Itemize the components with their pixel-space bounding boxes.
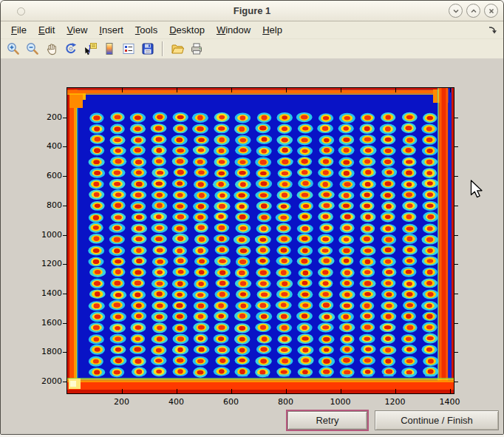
x-tick-mark: [395, 389, 396, 393]
x-tick-mark-top: [177, 88, 177, 92]
continue-finish-button-label: Continue / Finish: [401, 415, 473, 426]
x-tick-mark-top: [286, 88, 287, 92]
print-icon[interactable]: [188, 41, 205, 57]
x-tick-mark-top: [341, 88, 341, 92]
y-tick-mark-right: [454, 323, 458, 324]
x-tick-label: 1200: [379, 397, 412, 407]
menu-tools[interactable]: Tools: [129, 23, 163, 37]
continue-finish-button[interactable]: Continue / Finish: [375, 410, 499, 430]
menu-view[interactable]: View: [61, 23, 93, 37]
y-tick-label: 400: [29, 141, 62, 151]
y-tick-label: 1800: [29, 347, 62, 356]
window-menu-icon[interactable]: [17, 7, 25, 16]
y-tick-mark: [63, 235, 67, 236]
y-tick-mark-right: [454, 146, 458, 147]
y-tick-mark-right: [454, 352, 458, 353]
menu-help[interactable]: Help: [256, 23, 288, 37]
y-tick-label: 2000: [29, 376, 62, 386]
x-tick-mark: [177, 389, 177, 393]
toolbar-separator: [162, 41, 163, 56]
y-tick-label: 1000: [29, 230, 62, 240]
save-icon[interactable]: [140, 41, 156, 57]
x-tick-mark-top: [395, 88, 396, 92]
x-tick-label: 400: [160, 397, 193, 407]
y-tick-mark: [63, 264, 67, 265]
x-tick-mark: [286, 389, 287, 393]
close-button[interactable]: [484, 4, 498, 18]
maximize-button[interactable]: [466, 4, 480, 18]
x-tick-label: 800: [270, 397, 302, 407]
retry-button-label: Retry: [316, 415, 338, 426]
y-tick-mark-right: [454, 176, 458, 177]
figure-toolbar: [1, 39, 503, 59]
y-tick-mark: [63, 118, 67, 118]
figure-window: Figure 1 FileEditViewInsertToolsDesktopW…: [0, 0, 504, 435]
y-tick-mark: [63, 146, 67, 147]
y-tick-mark-right: [454, 264, 458, 265]
colorbar-icon[interactable]: [101, 41, 118, 57]
y-tick-mark: [63, 382, 67, 382]
y-tick-label: 1200: [29, 259, 62, 268]
x-tick-mark-top: [231, 88, 232, 92]
mouse-cursor-icon: [470, 180, 483, 202]
y-tick-mark-right: [454, 294, 458, 294]
x-tick-label: 1400: [434, 397, 466, 407]
data-cursor-icon[interactable]: [82, 41, 98, 57]
x-tick-mark-top: [450, 88, 451, 92]
window-controls: [449, 4, 498, 18]
dock-figure-icon[interactable]: [487, 25, 497, 38]
x-icon: [488, 7, 495, 15]
pan-icon[interactable]: [44, 41, 60, 57]
y-tick-mark: [63, 352, 67, 353]
y-tick-mark-right: [454, 206, 458, 206]
plot-axes[interactable]: [67, 87, 454, 394]
y-tick-mark-right: [454, 235, 458, 236]
x-tick-label: 600: [215, 397, 248, 407]
x-tick-mark: [231, 389, 232, 393]
chevron-down-icon: [452, 7, 460, 15]
menu-window[interactable]: Window: [211, 23, 256, 37]
zoom-in-icon[interactable]: [5, 41, 21, 57]
y-tick-mark: [63, 206, 67, 206]
title-bar[interactable]: Figure 1: [1, 1, 503, 21]
menu-insert[interactable]: Insert: [93, 23, 129, 37]
x-tick-label: 200: [106, 397, 138, 407]
window-title: Figure 1: [234, 5, 271, 16]
open-folder-icon[interactable]: [169, 41, 185, 57]
rotate-3d-icon[interactable]: [63, 41, 79, 57]
y-tick-label: 1400: [29, 288, 62, 298]
x-tick-label: 1000: [324, 397, 357, 407]
heatmap-image: [67, 88, 454, 393]
x-tick-mark: [341, 389, 341, 393]
y-tick-mark: [63, 294, 67, 294]
retry-button[interactable]: Retry: [286, 410, 369, 431]
menu-desktop[interactable]: Desktop: [163, 23, 211, 37]
zoom-out-icon[interactable]: [24, 41, 41, 57]
y-tick-mark: [63, 323, 67, 324]
y-tick-mark: [63, 176, 67, 177]
y-tick-label: 200: [29, 112, 62, 122]
figure-canvas: Retry Continue / Finish 2004006008001000…: [1, 58, 503, 434]
chevron-up-icon: [470, 7, 477, 15]
minimize-button[interactable]: [449, 4, 463, 18]
x-tick-mark: [122, 389, 123, 393]
y-tick-label: 800: [29, 200, 62, 210]
x-tick-mark: [450, 389, 451, 393]
menu-file[interactable]: File: [5, 23, 33, 37]
y-tick-mark-right: [454, 118, 458, 118]
insert-legend-icon[interactable]: [120, 41, 137, 57]
menu-edit[interactable]: Edit: [33, 23, 61, 37]
y-tick-label: 600: [29, 171, 62, 180]
menu-bar: FileEditViewInsertToolsDesktopWindowHelp: [1, 21, 503, 39]
y-tick-mark-right: [454, 382, 458, 382]
y-tick-label: 1600: [29, 318, 62, 328]
x-tick-mark-top: [122, 88, 123, 92]
